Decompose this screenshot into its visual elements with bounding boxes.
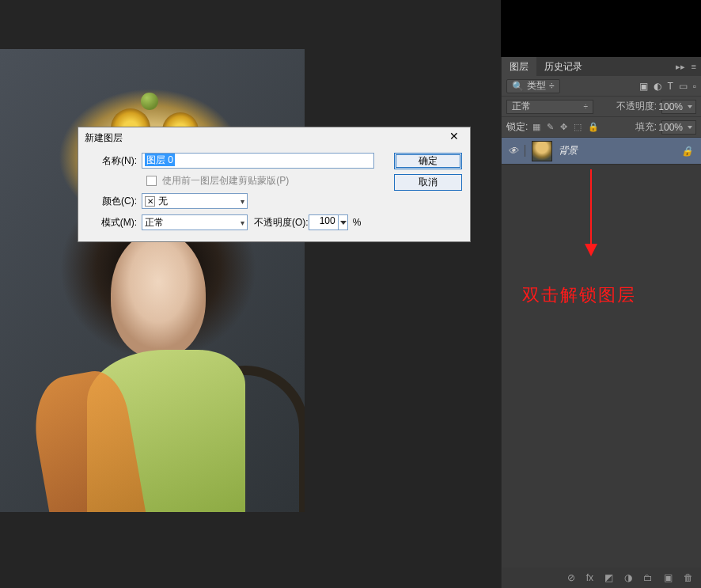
clip-mask-checkbox[interactable] xyxy=(146,176,157,186)
lock-artboard-icon[interactable]: ⬚ xyxy=(574,122,582,132)
document-canvas[interactable] xyxy=(0,49,305,512)
mode-label: 模式(M): xyxy=(86,216,142,230)
delete-layer-icon[interactable]: 🗑 xyxy=(684,572,693,583)
panel-collapse-icon[interactable]: ▸▸ xyxy=(676,62,685,72)
adjustment-layer-icon[interactable]: ◑ xyxy=(624,572,632,583)
lock-pixels-icon[interactable]: ▦ xyxy=(532,122,540,132)
layer-thumbnail[interactable] xyxy=(532,141,552,161)
portrait-apple xyxy=(141,93,158,110)
filter-adjust-icon[interactable]: ◐ xyxy=(654,81,661,92)
new-group-icon[interactable]: 🗀 xyxy=(643,572,653,583)
layer-row-background[interactable]: 👁 背景 🔒 xyxy=(502,138,701,165)
add-mask-icon[interactable]: ◩ xyxy=(604,572,613,583)
layers-panel: 图层 历史记录 ▸▸ ≡ 🔍 类型 ÷ ▣ ◐ T ▭ ▫ 正常 ÷ 不透明度:… xyxy=(501,57,701,588)
chevron-down-icon: ▾ xyxy=(241,218,244,227)
filter-type-icon[interactable]: T xyxy=(667,81,673,92)
blend-mode-dropdown[interactable]: 正常 ÷ xyxy=(506,100,593,114)
opacity-unit: % xyxy=(353,217,362,228)
close-button[interactable]: ✕ xyxy=(443,130,465,146)
filter-kind-label: 类型 xyxy=(527,79,546,93)
annotation-arrow xyxy=(590,169,592,255)
opacity-label: 不透明度(O): xyxy=(254,216,309,230)
panel-menu-icon[interactable]: ≡ xyxy=(692,62,696,71)
layer-name-value: 图层 0 xyxy=(145,154,175,166)
name-label: 名称(N): xyxy=(86,154,142,168)
layer-name-input[interactable]: 图层 0 xyxy=(142,153,374,169)
layer-list: 👁 背景 🔒 xyxy=(502,138,701,567)
filter-pixel-icon[interactable]: ▣ xyxy=(639,81,648,92)
new-layer-icon[interactable]: ▣ xyxy=(664,572,673,583)
tab-layers[interactable]: 图层 xyxy=(502,57,536,76)
filter-shape-icon[interactable]: ▭ xyxy=(679,81,688,92)
blend-mode-select[interactable]: 正常 ▾ xyxy=(142,214,248,230)
lock-paint-icon[interactable]: ✎ xyxy=(547,122,554,132)
chevron-down-icon: ÷ xyxy=(549,81,555,92)
clip-mask-label: 使用前一图层创建剪贴蒙版(P) xyxy=(162,175,289,186)
filter-smart-icon[interactable]: ▫ xyxy=(693,81,696,92)
layer-lock-icon: 🔒 xyxy=(679,146,695,157)
canvas-workspace xyxy=(0,0,501,588)
lock-all-icon[interactable]: 🔒 xyxy=(588,122,599,132)
chevron-down-icon: ÷ xyxy=(584,102,589,111)
search-icon: 🔍 xyxy=(512,81,524,92)
fx-icon[interactable]: fx xyxy=(586,572,593,583)
color-none-icon: ✕ xyxy=(145,196,155,207)
opacity-stepper[interactable] xyxy=(339,214,348,230)
cancel-button[interactable]: 取消 xyxy=(394,174,462,191)
color-value: 无 xyxy=(158,195,168,207)
new-layer-dialog: 新建图层 ✕ 名称(N): 图层 0 使用前一图层创建剪贴蒙版(P) 颜色(C)… xyxy=(78,127,471,242)
layer-filter-kind[interactable]: 🔍 类型 ÷ xyxy=(506,79,560,93)
visibility-toggle[interactable]: 👁 xyxy=(502,145,525,157)
portrait-face xyxy=(111,231,206,358)
fill-value: 100% xyxy=(658,122,683,133)
lock-label: 锁定: xyxy=(506,120,528,134)
tab-history[interactable]: 历史记录 xyxy=(536,57,590,76)
blend-mode-value: 正常 xyxy=(512,100,531,113)
ok-button[interactable]: 确定 xyxy=(394,153,462,169)
opacity-input[interactable]: 100 xyxy=(309,214,339,230)
link-layers-icon[interactable]: ⊘ xyxy=(567,572,575,583)
panel-opacity-label: 不透明度: xyxy=(616,100,657,113)
fill-input[interactable]: 100% xyxy=(661,120,696,135)
layers-panel-footer: ⊘ fx ◩ ◑ 🗀 ▣ 🗑 xyxy=(502,567,701,588)
color-label: 颜色(C): xyxy=(86,195,142,208)
fill-label: 填充: xyxy=(635,120,657,134)
annotation-text: 双击解锁图层 xyxy=(522,283,636,307)
lock-move-icon[interactable]: ✥ xyxy=(560,122,567,132)
panel-opacity-input[interactable]: 100% xyxy=(661,100,696,114)
dialog-title: 新建图层 xyxy=(85,131,123,145)
color-select[interactable]: ✕无 ▾ xyxy=(142,193,248,209)
layer-name[interactable]: 背景 xyxy=(559,144,679,157)
chevron-down-icon: ▾ xyxy=(241,197,244,206)
mode-value: 正常 xyxy=(145,216,164,230)
panel-opacity-value: 100% xyxy=(658,101,683,112)
